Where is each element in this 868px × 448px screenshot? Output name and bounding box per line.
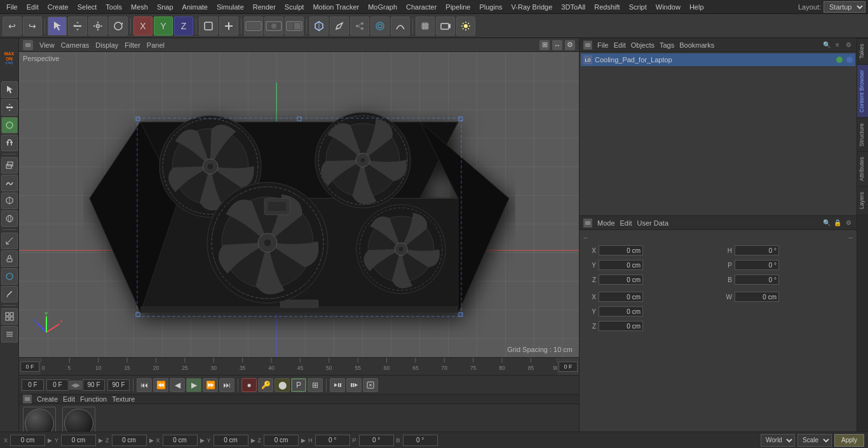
left-tool-cube[interactable]	[1, 193, 18, 209]
attr-edit-menu[interactable]: Edit	[620, 219, 632, 227]
viewport-settings-icon[interactable]: ⚙	[565, 40, 575, 50]
apply-button[interactable]: Apply	[834, 434, 864, 447]
left-tool-magnet[interactable]	[1, 135, 18, 151]
obj-bookmarks-menu[interactable]: Bookmarks	[679, 41, 714, 49]
menu-3dtoall[interactable]: 3DToAll	[557, 2, 589, 12]
start-frame-display[interactable]	[20, 362, 39, 372]
auto-key-button[interactable]: 🔑	[258, 378, 273, 392]
step-back-button[interactable]: ⏪	[153, 378, 168, 392]
obj-filter-icon[interactable]: ≡	[833, 41, 842, 50]
camera-button[interactable]	[436, 17, 455, 36]
select-tool-button[interactable]	[48, 17, 67, 36]
menu-character[interactable]: Character	[402, 2, 440, 12]
pen-button[interactable]	[330, 17, 349, 36]
viewport-panel-menu[interactable]: Panel	[147, 41, 165, 49]
current-frame-input[interactable]	[22, 379, 44, 391]
vtab-content-browser[interactable]: Content Browser	[857, 64, 868, 118]
b-coord-input[interactable]	[403, 435, 438, 446]
go-end-button[interactable]: ⏭	[219, 378, 234, 392]
attr-y-pos-input[interactable]	[599, 260, 643, 270]
attr-menu-icon[interactable]	[583, 219, 592, 227]
viewport-canvas[interactable]: Perspective	[19, 52, 579, 357]
left-tool-paint[interactable]	[1, 117, 18, 133]
viewport-arrows-icon[interactable]: ↔	[552, 40, 562, 50]
frame-range-toggle[interactable]: ◀▶	[69, 381, 82, 390]
left-tool-sculpt[interactable]	[1, 175, 18, 191]
obj-tree-item-cooling-pad[interactable]: L0 Cooling_Pad_for_Laptop	[581, 53, 855, 66]
node-button[interactable]	[350, 17, 369, 36]
menu-select[interactable]: Select	[74, 2, 101, 12]
viewport-filter-menu[interactable]: Filter	[125, 41, 140, 49]
obj-tags-menu[interactable]: Tags	[660, 41, 674, 49]
x-axis-button[interactable]: X	[133, 17, 153, 36]
frame-start-input[interactable]	[46, 379, 69, 391]
attr-search-icon[interactable]: 🔍	[822, 219, 831, 227]
render-region-button[interactable]	[244, 17, 263, 36]
obj-menu-icon[interactable]	[583, 41, 592, 50]
obj-settings-icon[interactable]: ⚙	[844, 41, 853, 50]
menu-window[interactable]: Window	[652, 2, 684, 12]
attr-lock-icon[interactable]: 🔒	[833, 219, 842, 227]
attr-x-pos-input[interactable]	[599, 245, 643, 255]
menu-edit[interactable]: Edit	[23, 2, 43, 12]
playback-opt-1[interactable]	[330, 378, 345, 392]
viewport-display-menu[interactable]: Display	[95, 41, 118, 49]
grid-view-button[interactable]: ⊞	[308, 378, 323, 392]
frame-step-input[interactable]	[107, 379, 130, 391]
timeline-ruler[interactable]: 0 5 10 15 20 25 30	[41, 358, 557, 375]
attr-w-scale-input[interactable]	[735, 292, 779, 302]
magnet-button[interactable]	[370, 17, 390, 36]
left-tool-extrude[interactable]	[1, 157, 18, 173]
preview-button[interactable]: P	[291, 378, 306, 392]
menu-help[interactable]: Help	[686, 2, 708, 12]
attr-b-rot-input[interactable]	[735, 275, 779, 285]
menu-snap[interactable]: Snap	[153, 2, 177, 12]
scale-dropdown[interactable]: Scale	[797, 434, 832, 447]
obj-file-menu[interactable]: File	[597, 41, 609, 49]
obj-vis-indicator[interactable]	[836, 57, 843, 63]
attr-mode-menu[interactable]: Mode	[597, 219, 615, 227]
go-start-button[interactable]: ⏮	[137, 378, 152, 392]
vtab-attributes[interactable]: Attributes	[857, 151, 868, 186]
menu-redshift[interactable]: Redshift	[590, 2, 623, 12]
x-coord-input[interactable]	[10, 435, 45, 446]
h-coord-input[interactable]	[315, 435, 350, 446]
render-project-button[interactable]	[285, 17, 304, 36]
world-dropdown[interactable]: World	[761, 434, 795, 447]
mat-edit-menu[interactable]: Edit	[63, 395, 75, 403]
vtab-structure[interactable]: Structure	[857, 118, 868, 152]
play-reverse-button[interactable]: ◀	[170, 378, 185, 392]
left-tool-smooth[interactable]	[1, 268, 18, 285]
play-forward-button[interactable]: ▶	[186, 378, 201, 392]
attr-h-rot-input[interactable]	[735, 245, 779, 255]
add-object-button[interactable]	[219, 17, 238, 36]
left-tool-grid[interactable]	[1, 308, 18, 325]
redo-button[interactable]: ↪	[23, 17, 42, 36]
attr-y-scale-input[interactable]	[599, 306, 643, 316]
p-coord-input[interactable]	[359, 435, 394, 446]
mat-texture-menu[interactable]: Texture	[112, 395, 135, 403]
record-button[interactable]: ●	[241, 378, 257, 392]
menu-script[interactable]: Script	[625, 2, 651, 12]
attr-z-pos-input[interactable]	[599, 275, 643, 285]
menu-plugins[interactable]: Plugins	[475, 2, 506, 12]
menu-vray[interactable]: V-Ray Bridge	[508, 2, 557, 12]
mat-create-menu[interactable]: Create	[37, 395, 58, 403]
x2-coord-input[interactable]	[163, 435, 198, 446]
left-tool-select[interactable]	[1, 81, 18, 98]
obj-edit-menu[interactable]: Edit	[614, 41, 626, 49]
scale-tool-button[interactable]	[88, 17, 107, 36]
obj-search-icon[interactable]: 🔍	[822, 41, 831, 50]
menu-simulate[interactable]: Simulate	[213, 2, 248, 12]
menu-tools[interactable]: Tools	[102, 2, 126, 12]
cube-button[interactable]	[309, 17, 329, 36]
vtab-takes[interactable]: Takes	[857, 38, 868, 64]
mat-function-menu[interactable]: Function	[80, 395, 107, 403]
left-tool-knife[interactable]	[1, 286, 18, 302]
z-axis-button[interactable]: Z	[174, 17, 193, 36]
menu-pipeline[interactable]: Pipeline	[442, 2, 474, 12]
menu-mograph[interactable]: MoGraph	[364, 2, 401, 12]
object-mode-button[interactable]	[199, 17, 218, 36]
step-forward-button[interactable]: ⏩	[203, 378, 218, 392]
attr-settings-icon[interactable]: ⚙	[844, 219, 853, 227]
